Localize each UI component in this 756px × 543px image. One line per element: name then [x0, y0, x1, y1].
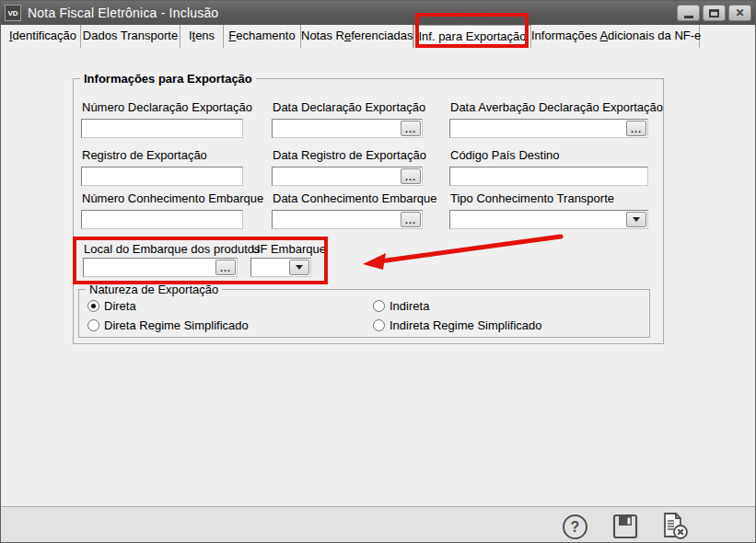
tab-identificacao[interactable]: Identificação	[6, 25, 81, 48]
footer-bar	[1, 506, 755, 542]
label-numero-declaracao: Número Declaração Exportação	[82, 100, 252, 114]
chevron-down-icon	[296, 265, 303, 270]
label-data-averbacao: Data Averbação Declaração Exportação	[450, 100, 663, 114]
label-local-embarque: Local do Embarque dos produtos	[84, 242, 261, 256]
tab-dados-transporte[interactable]: Dados Transporte	[81, 25, 180, 48]
title-bar: VD Nota Fiscal Eletrônica - Inclusão ✕	[1, 1, 755, 25]
radio-icon	[87, 300, 99, 312]
tab-fechamento[interactable]: Fechamento	[224, 25, 301, 48]
data-averbacao-picker-button[interactable]: ...	[626, 121, 646, 136]
help-icon: ?	[571, 519, 580, 536]
tipo-conhecimento-dropdown-button[interactable]	[626, 212, 646, 227]
input-data-averbacao[interactable]	[449, 119, 648, 138]
label-data-declaracao: Data Declaração Exportação	[273, 100, 425, 114]
tab-inf-para-exportacao[interactable]: Inf. para Exportação	[413, 25, 531, 48]
minimize-icon	[684, 16, 693, 18]
window-title: Nota Fiscal Eletrônica - Inclusão	[28, 6, 218, 20]
label-registro-exportacao: Registro de Exportação	[82, 148, 207, 162]
radio-icon	[87, 319, 99, 331]
tab-bar: Identificação Dados Transporte Itens Fec…	[1, 25, 755, 48]
chevron-down-icon	[633, 217, 640, 222]
app-icon: VD	[5, 5, 21, 21]
data-declaracao-picker-button[interactable]: ...	[401, 121, 421, 136]
save-icon	[614, 515, 636, 537]
radio-indireta-regime-simplificado[interactable]: Indireta Regime Simplificado	[373, 318, 541, 332]
label-data-conhecimento: Data Conhecimento Embarque	[273, 191, 437, 205]
groupbox-title: Informações para Exportação	[80, 72, 256, 86]
local-embarque-picker-button[interactable]: ...	[215, 260, 236, 275]
tab-informacoes-adicionais[interactable]: Informações Adicionais da NF-e	[531, 25, 700, 48]
input-local-embarque[interactable]	[83, 258, 238, 277]
input-numero-declaracao[interactable]	[81, 119, 243, 138]
document-cancel-icon	[665, 514, 687, 538]
select-tipo-conhecimento[interactable]	[449, 210, 648, 229]
label-uf-embarque: UF Embarque	[251, 242, 326, 256]
data-registro-picker-button[interactable]: ...	[401, 168, 421, 184]
radio-icon	[373, 300, 385, 312]
close-icon: ✕	[735, 7, 744, 18]
uf-embarque-dropdown-button[interactable]	[289, 260, 309, 275]
maximize-button[interactable]	[703, 5, 726, 21]
cancel-button[interactable]	[660, 512, 690, 541]
label-numero-conhecimento: Número Conhecimento Embarque	[82, 191, 263, 205]
input-codigo-pais[interactable]	[449, 167, 648, 186]
data-conhecimento-picker-button[interactable]: ...	[401, 212, 421, 227]
natureza-title: Natureza de Exportação	[86, 283, 222, 296]
input-registro-exportacao[interactable]	[81, 167, 243, 186]
dialog-window: VD Nota Fiscal Eletrônica - Inclusão ✕ I…	[0, 0, 756, 543]
label-data-registro: Data Registro de Exportação	[273, 148, 426, 162]
radio-icon	[373, 319, 385, 331]
radio-direta[interactable]: Direta	[87, 299, 136, 313]
minimize-button[interactable]	[677, 5, 700, 21]
help-button[interactable]: ?	[563, 514, 587, 539]
save-button[interactable]	[612, 514, 638, 539]
tab-notas-referenciadas[interactable]: Notas Referenciadas	[301, 25, 413, 48]
label-tipo-conhecimento: Tipo Conhecimento Transporte	[450, 191, 614, 205]
radio-direta-regime-simplificado[interactable]: Direta Regime Simplificado	[87, 318, 249, 332]
maximize-icon	[709, 9, 719, 17]
radio-indireta[interactable]: Indireta	[373, 299, 429, 313]
label-codigo-pais: Código País Destino	[450, 148, 560, 162]
input-numero-conhecimento[interactable]	[81, 210, 243, 229]
close-button[interactable]: ✕	[728, 5, 751, 21]
tab-itens[interactable]: Itens	[180, 25, 224, 48]
